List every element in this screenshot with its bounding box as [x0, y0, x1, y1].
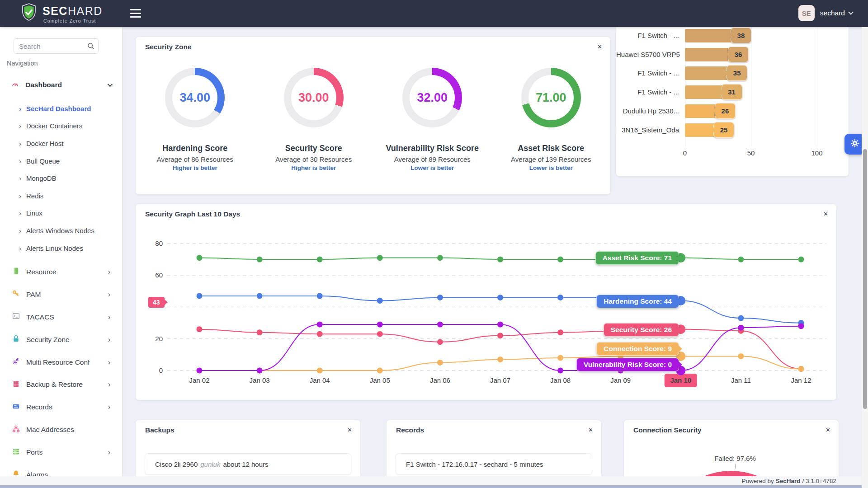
search-input[interactable] — [14, 38, 99, 54]
chart-tooltip: Security Score: 26 — [604, 323, 679, 337]
close-icon[interactable]: ✕ — [826, 427, 830, 433]
bar-category-label: 3N16_Sistem_Oda — [616, 123, 682, 137]
bar-row[interactable]: Huawei S5700 VRP536 — [616, 47, 849, 63]
bar — [685, 29, 735, 42]
card-title: Records — [396, 426, 424, 434]
dashboard-submenu: ›SecHard Dashboard›Docker Containers›Doc… — [0, 100, 122, 257]
brand-logo[interactable]: SECHARD Complete Zero Trust — [20, 3, 103, 25]
sidebar-subitem-bull-queue[interactable]: ›Bull Queue — [0, 152, 122, 170]
pie-slice-label: Failed: 97.6% — [714, 455, 756, 462]
bar-row[interactable]: F1 Switch - ...35 — [616, 66, 849, 81]
donut-chart[interactable]: 32.00 — [402, 68, 462, 127]
gear-icon — [850, 138, 860, 150]
x-axis-tick: 100 — [811, 149, 822, 157]
sidebar-subitem-mongodb[interactable]: ›MongoDB — [0, 169, 122, 187]
gauge-subtitle: Average of 89 Resources — [394, 155, 471, 163]
top-navbar: SECHARD Complete Zero Trust SE sechard — [0, 0, 868, 27]
security-graph-card: 0206080Jan 02Jan 03Jan 04Jan 05Jan 06Jan… — [136, 204, 836, 400]
sidebar-item-tacacs[interactable]: TACACS› — [0, 306, 122, 328]
footer-powered-by: Powered by — [741, 478, 774, 484]
chevron-right-icon: › — [108, 268, 110, 276]
chevron-right-icon: › — [19, 140, 21, 147]
close-icon[interactable]: ✕ — [597, 43, 602, 50]
sidebar-subitem-sechard-dashboard[interactable]: ›SecHard Dashboard — [0, 100, 122, 117]
donut-chart[interactable]: 30.00 — [284, 68, 344, 127]
gauge-title: Vulnerability Risk Score — [386, 144, 479, 153]
scrollbar-track[interactable] — [862, 27, 868, 488]
svg-text:Jan 07: Jan 07 — [490, 376, 510, 384]
sidebar-subitem-alerts-linux-nodes[interactable]: ›Alerts Linux Nodes — [0, 239, 122, 257]
svg-text:20: 20 — [155, 335, 163, 343]
record-list-item[interactable]: F1 Switch - 172.16.0.17 - sechard - 5 mi… — [396, 453, 592, 475]
device-scores-card[interactable]: 050100F1 Switch - ...38Huawei S5700 VRP5… — [616, 25, 849, 176]
svg-text:Jan 11: Jan 11 — [731, 376, 751, 384]
sidebar-subitem-redis[interactable]: ›Redis — [0, 187, 122, 205]
chevron-right-icon: › — [19, 209, 21, 217]
chevron-down-icon — [848, 9, 853, 14]
card-title: Backups — [145, 426, 175, 434]
speedometer-icon — [11, 80, 19, 90]
footer-version: / 3.1.0+4782 — [802, 478, 836, 484]
brand-name: SECHARD — [42, 5, 103, 18]
terminal-icon — [12, 312, 20, 322]
gauge-note: Higher is better — [173, 164, 217, 171]
sidebar-item-mac-addresses[interactable]: Mac Addresses — [0, 418, 122, 441]
chevron-right-icon: › — [108, 313, 110, 321]
chevron-right-icon: › — [19, 105, 21, 113]
backup-list-item[interactable]: Cisco 2li 2960 gunluk about 12 hours — [145, 453, 351, 475]
user-name: sechard — [820, 9, 845, 17]
gauge-subtitle: Average of 139 Resources — [511, 155, 591, 163]
gauge-value: 30.00 — [284, 68, 344, 127]
sidebar-item-backup-restore[interactable]: Backup & Restore› — [0, 373, 122, 396]
gauge-title: Security Score — [285, 144, 342, 153]
bar-category-label: F1 Switch - ... — [616, 85, 682, 99]
brand-tagline: Complete Zero Trust — [43, 18, 103, 23]
sidebar-item-security-zone[interactable]: Security Zone› — [0, 328, 122, 351]
y-axis-crosshair-tag: 43 — [148, 297, 165, 308]
sidebar-item-dashboard[interactable]: Dashboard — [0, 77, 122, 93]
card-title: Security Graph Last 10 Days — [145, 210, 240, 218]
bar-row[interactable]: F1 Switch - ...38 — [616, 28, 849, 44]
chart-tooltip: Vulnerability Risk Score: 0 — [576, 358, 679, 371]
chevron-right-icon: › — [19, 174, 21, 182]
sidebar-subitem-alerts-windows-nodes[interactable]: ›Alerts Windows Nodes — [0, 222, 122, 239]
bar-row[interactable]: Dudullu Hp 2530...26 — [616, 104, 849, 119]
donut-chart[interactable]: 71.00 — [521, 68, 581, 127]
close-icon[interactable]: ✕ — [347, 427, 352, 433]
bar-row[interactable]: F1 Switch - ...31 — [616, 85, 849, 100]
book-icon — [12, 267, 20, 277]
bar-row[interactable]: 3N16_Sistem_Oda25 — [616, 123, 849, 138]
sidebar-item-resource[interactable]: Resource› — [0, 261, 122, 283]
shield-logo-icon — [20, 3, 38, 25]
sidebar-item-multi-resource-conf[interactable]: Multi Resource Conf› — [0, 351, 122, 374]
gauge-value: 34.00 — [165, 68, 225, 127]
record-text: F1 Switch - 172.16.0.17 - sechard - 5 mi… — [406, 460, 543, 468]
sidebar-subitem-linux[interactable]: ›Linux — [0, 205, 122, 222]
gauge-value: 71.00 — [521, 68, 581, 127]
bar-value-tag: 25 — [713, 122, 734, 138]
scrollbar-thumb[interactable] — [863, 149, 867, 409]
close-icon[interactable]: ✕ — [588, 427, 593, 433]
server-icon — [12, 380, 20, 390]
gauge-security-score: 30.00Security ScoreAverage of 30 Resourc… — [255, 68, 373, 171]
hamburger-menu-icon[interactable] — [130, 9, 141, 18]
sidebar-item-records[interactable]: Records› — [0, 396, 122, 418]
line-chart[interactable]: 0206080Jan 02Jan 03Jan 04Jan 05Jan 06Jan… — [136, 204, 836, 400]
chevron-right-icon: › — [19, 122, 21, 130]
donut-chart[interactable]: 34.00 — [165, 68, 225, 127]
svg-text:Jan 02: Jan 02 — [189, 376, 209, 384]
card-title: Connection Security — [633, 426, 702, 434]
footer: Powered by SecHard / 3.1.0+4782 — [0, 476, 868, 485]
sidebar-subitem-docker-host[interactable]: ›Docker Host — [0, 135, 122, 152]
user-menu[interactable]: SE sechard — [798, 5, 853, 21]
chevron-right-icon: › — [108, 336, 110, 344]
close-icon[interactable]: ✕ — [823, 211, 828, 217]
svg-text:Jan 04: Jan 04 — [310, 376, 330, 384]
sidebar-item-ports[interactable]: Ports› — [0, 441, 122, 464]
sidebar-subitem-docker-containers[interactable]: ›Docker Containers — [0, 117, 122, 135]
svg-text:Jan 06: Jan 06 — [430, 376, 450, 384]
gauge-note: Lower is better — [410, 164, 454, 171]
sidebar-item-pam[interactable]: PAM› — [0, 283, 122, 306]
security-zone-card: Security Zone ✕ 34.00Hardening ScoreAver… — [136, 37, 610, 194]
chevron-right-icon: › — [108, 358, 110, 366]
